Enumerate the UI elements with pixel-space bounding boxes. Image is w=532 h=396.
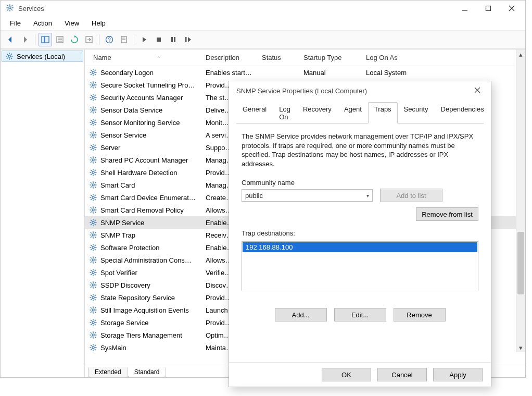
table-row[interactable]: Secondary LogonEnables start…ManualLocal… [85, 66, 525, 79]
help-button[interactable]: ? [103, 33, 116, 46]
traps-description: The SNMP Service provides network manage… [242, 132, 478, 168]
svg-rect-28 [185, 37, 187, 42]
stop-service-button[interactable] [152, 33, 166, 46]
add-to-list-button[interactable]: Add to list [380, 189, 442, 202]
trap-destination-item[interactable]: 192.168.88.100 [243, 242, 477, 252]
apply-button[interactable]: Apply [433, 368, 483, 381]
gear-icon [89, 256, 97, 264]
gear-icon [89, 143, 97, 152]
gear-icon [89, 156, 97, 164]
edit-destination-button[interactable]: Edit... [334, 308, 386, 321]
dialog-footer: OK Cancel Apply [229, 362, 491, 387]
tab-extended[interactable]: Extended [88, 367, 128, 377]
community-name-label: Community name [242, 179, 478, 187]
gear-icon [89, 318, 97, 327]
tab-standard[interactable]: Standard [128, 367, 167, 377]
remove-from-list-button[interactable]: Remove from list [416, 207, 478, 221]
menubar: File Action View Help [1, 16, 525, 31]
svg-rect-14 [45, 36, 49, 43]
menu-action[interactable]: Action [28, 18, 57, 28]
window-title: Services [18, 5, 44, 13]
toolbar: ? [1, 31, 525, 49]
column-name[interactable]: Name⌃ [85, 52, 201, 64]
close-button[interactable] [500, 1, 523, 16]
gear-icon [89, 218, 97, 227]
chevron-down-icon: ▾ [366, 193, 369, 199]
column-status[interactable]: Status [258, 52, 299, 64]
column-startup[interactable]: Startup Type [299, 52, 362, 64]
gear-icon [5, 52, 14, 60]
gear-icon [89, 106, 97, 114]
trap-destinations-label: Trap destinations: [242, 229, 478, 237]
gear-icon [89, 231, 97, 239]
gear-icon [89, 68, 97, 77]
column-desc[interactable]: Description [201, 52, 258, 64]
dialog-tab-recovery[interactable]: Recovery [297, 102, 338, 123]
svg-rect-13 [42, 36, 44, 43]
dialog-tab-security[interactable]: Security [398, 102, 435, 123]
scroll-up-icon[interactable]: ▴ [516, 49, 525, 59]
scroll-thumb[interactable] [517, 232, 524, 294]
ok-button[interactable]: OK [322, 368, 371, 381]
gear-icon [89, 181, 97, 189]
gear-icon [89, 343, 97, 352]
svg-rect-26 [171, 37, 173, 42]
restart-service-button[interactable] [181, 33, 195, 46]
gear-icon [89, 168, 97, 177]
dialog-tab-traps[interactable]: Traps [368, 102, 398, 123]
dialog-close-button[interactable] [469, 87, 486, 95]
dialog-titlebar: SNMP Service Properties (Local Computer) [229, 81, 491, 100]
column-logon[interactable]: Log On As [362, 52, 525, 64]
remove-destination-button[interactable]: Remove [394, 308, 446, 321]
gear-icon [89, 206, 97, 214]
minimize-button[interactable] [453, 1, 476, 16]
nav-forward-button[interactable] [18, 33, 32, 46]
tree-services-local[interactable]: Services (Local) [2, 51, 83, 62]
left-pane: Services (Local) [1, 49, 85, 377]
properties-button[interactable] [53, 33, 67, 46]
gear-icon [89, 93, 97, 102]
export-list-button[interactable] [82, 33, 96, 46]
scrollbar[interactable]: ▴ ▾ [516, 49, 525, 352]
refresh-button[interactable] [68, 33, 81, 46]
gear-icon [89, 131, 97, 139]
dialog-tab-log-on[interactable]: Log On [273, 102, 297, 123]
menu-file[interactable]: File [5, 18, 26, 28]
maximize-button[interactable] [476, 1, 500, 16]
menu-view[interactable]: View [59, 18, 84, 28]
dialog-tab-general[interactable]: General [236, 102, 273, 123]
gear-icon [89, 118, 97, 127]
gear-icon [89, 281, 97, 289]
traps-tab-page: The SNMP Service provides network manage… [236, 123, 484, 357]
trap-destinations-listbox[interactable]: 192.168.88.100 [242, 241, 478, 291]
dialog-title: SNMP Service Properties (Local Computer) [236, 87, 469, 95]
show-hide-tree-button[interactable] [39, 33, 52, 46]
properties-sheet-button[interactable] [117, 33, 131, 46]
menu-help[interactable]: Help [86, 18, 111, 28]
properties-dialog: SNMP Service Properties (Local Computer)… [229, 81, 491, 387]
add-destination-button[interactable]: Add... [275, 308, 327, 321]
start-service-button[interactable] [137, 33, 151, 46]
gear-icon [89, 306, 97, 314]
dialog-tab-dependencies[interactable]: Dependencies [435, 102, 490, 123]
nav-back-button[interactable] [4, 33, 17, 46]
titlebar: Services [1, 1, 525, 16]
gear-icon [89, 193, 97, 202]
dialog-tab-agent[interactable]: Agent [338, 102, 368, 123]
svg-rect-27 [174, 37, 175, 42]
pause-service-button[interactable] [167, 33, 180, 46]
community-name-value: public [245, 192, 263, 200]
community-name-combo[interactable]: public ▾ [242, 189, 373, 202]
gear-icon [6, 4, 14, 14]
scroll-down-icon[interactable]: ▾ [516, 343, 525, 352]
svg-rect-25 [157, 38, 161, 42]
gear-icon [89, 293, 97, 302]
gear-icon [89, 243, 97, 252]
gear-icon [89, 331, 97, 339]
column-headers: Name⌃ Description Status Startup Type Lo… [85, 49, 525, 66]
gear-icon [89, 268, 97, 277]
svg-text:?: ? [108, 37, 111, 43]
gear-icon [89, 81, 97, 89]
cancel-button[interactable]: Cancel [377, 368, 427, 381]
tree-item-label: Services (Local) [17, 53, 65, 60]
